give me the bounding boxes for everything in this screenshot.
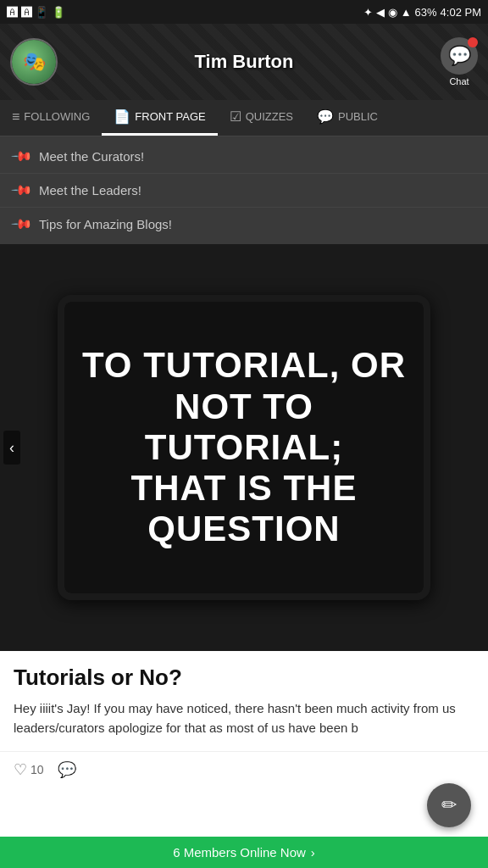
- like-icon: ♡: [14, 760, 27, 779]
- nav-tabs: ≡ FOLLOWING 📄 FRONT PAGE ☑ QUIZZES 💬 PUB…: [0, 100, 488, 136]
- status-right: ✦ ◀ ◉ ▲ 63% 4:02 PM: [363, 6, 481, 19]
- pinned-curators-label: Meet the Curators!: [39, 149, 144, 164]
- like-action[interactable]: ♡ 10: [14, 760, 44, 779]
- pinned-leaders-label: Meet the Leaders!: [39, 183, 141, 198]
- post-content: Tutorials or No? Hey iiiit's Jay! If you…: [0, 651, 488, 751]
- tab-frontpage-label: FRONT PAGE: [135, 110, 205, 123]
- frontpage-icon: 📄: [114, 108, 130, 125]
- chat-button[interactable]: 💬: [441, 37, 478, 75]
- pin-icon-1: 📌: [10, 145, 34, 169]
- pinned-tips-label: Tips for Amazing Blogs!: [39, 217, 172, 231]
- comment-icon: 💬: [58, 760, 76, 779]
- public-icon: 💬: [317, 108, 334, 125]
- header-right[interactable]: 💬 Chat: [441, 37, 478, 86]
- slide-indicator[interactable]: ‹: [3, 431, 20, 465]
- pinned-item-tips[interactable]: 📌 Tips for Amazing Blogs!: [0, 208, 488, 241]
- pin-icon-3: 📌: [10, 213, 34, 236]
- post-body: Hey iiiit's Jay! If you may have noticed…: [14, 699, 474, 737]
- quizzes-icon: ☑: [230, 108, 241, 125]
- tab-quizzes-label: QUIZZES: [246, 110, 293, 123]
- pinned-item-leaders[interactable]: 📌 Meet the Leaders!: [0, 174, 488, 208]
- pinned-item-curators[interactable]: 📌 Meet the Curators!: [0, 140, 488, 174]
- tab-public[interactable]: 💬 PUBLIC: [305, 100, 390, 136]
- laptop-screen: TO TUTORIAL, ORNOT TO TUTORIAL;THAT IS T…: [64, 302, 424, 593]
- following-icon: ≡: [12, 109, 19, 125]
- tab-following-label: FOLLOWING: [24, 110, 90, 123]
- tutorial-text: TO TUTORIAL, ORNOT TO TUTORIAL;THAT IS T…: [81, 345, 407, 549]
- chat-icon: 💬: [448, 45, 471, 67]
- tab-following[interactable]: ≡ FOLLOWING: [0, 100, 102, 136]
- tab-quizzes[interactable]: ☑ QUIZZES: [218, 100, 305, 136]
- pin-icon-2: 📌: [10, 179, 34, 203]
- post-actions: ♡ 10 💬: [0, 751, 488, 787]
- bluetooth-icon: ✦: [363, 6, 373, 19]
- like-count: 10: [30, 763, 44, 776]
- avatar[interactable]: 🎭: [10, 38, 58, 86]
- tab-public-label: PUBLIC: [338, 110, 378, 123]
- wifi-icon: ◉: [388, 6, 397, 19]
- tab-frontpage[interactable]: 📄 FRONT PAGE: [102, 100, 217, 136]
- signal-icon: ◀: [376, 6, 385, 19]
- status-bar: 🅰 🅰 📱 🔋 ✦ ◀ ◉ ▲ 63% 4:02 PM: [0, 0, 488, 24]
- post-image-section[interactable]: TO TUTORIAL, ORNOT TO TUTORIAL;THAT IS T…: [0, 244, 488, 651]
- status-left: 🅰 🅰 📱 🔋: [7, 6, 65, 19]
- pinned-section: 📌 Meet the Curators! 📌 Meet the Leaders!…: [0, 136, 488, 244]
- network-icon: ▲: [401, 6, 412, 19]
- chat-badge: [468, 37, 478, 47]
- post-title: Tutorials or No?: [14, 665, 474, 691]
- header: 🎭 Tim Burton 💬 Chat: [0, 24, 488, 100]
- time-label: 4:02 PM: [441, 6, 481, 19]
- header-left: 🎭: [10, 38, 58, 86]
- app-icons: 🅰 🅰 📱 🔋: [7, 6, 65, 19]
- battery-label: 63%: [415, 6, 437, 19]
- comment-action[interactable]: 💬: [58, 760, 80, 779]
- header-title: Tim Burton: [195, 51, 294, 73]
- laptop-graphic: TO TUTORIAL, ORNOT TO TUTORIAL;THAT IS T…: [58, 295, 430, 600]
- avatar-image: 🎭: [12, 40, 56, 84]
- chat-label: Chat: [449, 76, 469, 86]
